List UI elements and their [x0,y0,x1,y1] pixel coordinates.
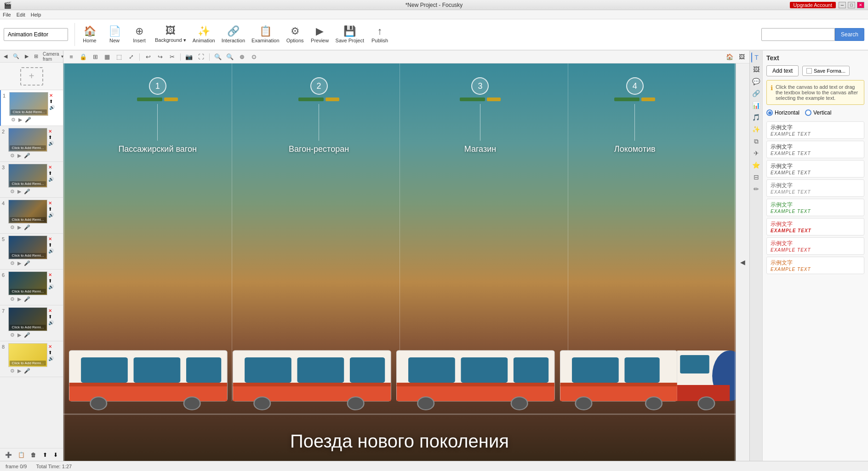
slide-8-play[interactable]: ▶ [17,368,21,374]
fullscreen-icon[interactable]: ⛶ [196,52,206,62]
slide-8-close[interactable]: ✕ [48,344,54,349]
horizontal-radio[interactable]: Horizontal [766,109,799,116]
slide-5-close[interactable]: ✕ [48,236,54,241]
zoom-out-icon[interactable]: 🔍 [213,52,223,62]
minimize-button[interactable]: ─ [839,2,846,8]
slide-4-close[interactable]: ✕ [48,201,54,206]
slide-2-up[interactable]: ⬆ [48,135,54,140]
plane-panel-icon[interactable]: ✈ [751,148,761,158]
slide-3-gear[interactable]: ⚙ [10,189,15,195]
slide-3-play[interactable]: ▶ [17,189,21,195]
canvas-right-handle[interactable]: ◀ [736,63,749,461]
text-style-red-italic[interactable]: 示例文字 EXAMPLE TEXT [766,237,864,255]
chart-panel-icon[interactable]: 📊 [751,100,761,110]
slide-2-mic[interactable]: 🎤 [24,153,30,159]
slide-7-gear[interactable]: ⚙ [10,332,15,338]
slide-6-play[interactable]: ▶ [17,296,21,302]
search-button[interactable]: Search [835,28,864,41]
frame-icon[interactable]: ⬚ [114,52,124,62]
slide-6-audio[interactable]: 🔊 [48,284,54,289]
camera-frame-chevron[interactable]: ▾ [61,54,63,59]
slide-7-up[interactable]: ⬆ [48,314,54,319]
table-icon[interactable]: ▦ [102,52,112,62]
text-style-italic[interactable]: 示例文字 EXAMPLE TEXT [766,141,864,158]
slides-nav-next[interactable]: ▶ [23,53,30,60]
slides-delete-btn[interactable]: 🗑 [31,452,36,458]
examination-button[interactable]: 📋 Examination [249,21,282,48]
insert-button[interactable]: ⊕ Insert [127,21,151,48]
slide-6-close[interactable]: ✕ [48,272,54,277]
zoom-in-icon[interactable]: 🔍 [225,52,235,62]
slide-1-gear[interactable]: ⚙ [11,117,16,123]
slide-5-mic[interactable]: 🎤 [24,260,30,266]
text-style-red-bold[interactable]: 示例文字 EXAMPLE TEXT [766,218,864,236]
maximize-button[interactable]: □ [848,2,855,8]
music-panel-icon[interactable]: 🎵 [751,112,761,122]
save-format-button[interactable]: Save Forma... [802,66,850,76]
slide-2-gear[interactable]: ⚙ [10,153,15,159]
add-text-button[interactable]: Add text [766,65,799,76]
slide-item-1[interactable]: 1 Click to Add Remi... ✕ ⬆ 🔊 ⚙ [0,90,63,126]
canvas-image-icon[interactable]: 🖼 [737,52,747,62]
text-panel-icon[interactable]: T [751,52,761,63]
slides-move-up-btn[interactable]: ⬆ [43,452,47,458]
star-panel-icon[interactable]: ⭐ [751,160,761,170]
slide-5-up[interactable]: ⬆ [48,242,54,247]
cut-icon[interactable]: ✂ [167,52,177,62]
menu-file[interactable]: File [3,12,11,17]
slide-6-up[interactable]: ⬆ [48,278,54,283]
text-style-light[interactable]: 示例文字 EXAMPLE TEXT [766,179,864,197]
fit-icon[interactable]: ⊕ [237,52,247,62]
preview-button[interactable]: ▶ Preview [308,21,332,48]
text-style-dark[interactable]: 示例文字 EXAMPLE TEXT [766,160,864,178]
slide-2-close[interactable]: ✕ [48,129,54,134]
slide-7-play[interactable]: ▶ [17,332,21,338]
image-panel-icon[interactable]: 🖼 [751,64,761,75]
slide-8-gear[interactable]: ⚙ [10,368,15,374]
slide-8-audio[interactable]: 🔊 [48,356,54,361]
slides-nav-expand[interactable]: ⊞ [32,53,40,60]
slide-item-7[interactable]: 7 Click to Add Remi... ✕ ⬆ 🔊 ⚙ [0,305,63,341]
link-panel-icon[interactable]: 🔗 [751,88,761,98]
slide-1-up[interactable]: ⬆ [49,99,55,104]
slide-5-play[interactable]: ▶ [17,260,21,266]
lock-icon[interactable]: 🔒 [78,52,88,62]
layers-panel-icon[interactable]: ⧉ [751,136,761,146]
slide-item-6[interactable]: 6 Click to Add Remi... ✕ ⬆ 🔊 ⚙ [0,270,63,305]
upgrade-account-btn[interactable]: Upgrade Account [790,2,836,8]
slide-3-close[interactable]: ✕ [48,165,54,170]
text-style-green[interactable]: 示例文字 EXAMPLE TEXT [766,199,864,216]
slide-3-up[interactable]: ⬆ [48,171,54,176]
home-button[interactable]: 🏠 Home [78,21,102,48]
slide-3-audio[interactable]: 🔊 [48,177,54,182]
new-button[interactable]: 📄 New [103,21,126,48]
slide-1-audio[interactable]: 🔊 [49,105,55,110]
publish-button[interactable]: ↑ Publish [368,21,392,48]
slide-4-gear[interactable]: ⚙ [10,224,15,230]
slide-7-mic[interactable]: 🎤 [24,332,30,338]
slide-4-up[interactable]: ⬆ [48,207,54,212]
eraser-panel-icon[interactable]: ✏ [751,184,761,194]
main-canvas[interactable]: 1 Пассажирский вагон 2 [63,63,749,461]
grid-icon[interactable]: ⊞ [90,52,100,62]
comment-panel-icon[interactable]: 💬 [751,76,761,86]
slides-move-down-btn[interactable]: ⬇ [53,452,58,458]
expand-icon[interactable]: ⤢ [126,52,136,62]
zoom-fit-icon[interactable]: ⊙ [249,52,259,62]
menu-help[interactable]: Help [31,12,41,17]
screenshot-icon[interactable]: 📷 [184,52,194,62]
slide-6-gear[interactable]: ⚙ [10,296,15,302]
slide-item-8[interactable]: 8 Click to Add Remi... ✕ ⬆ 🔊 ⚙ [0,341,63,377]
slide-1-close[interactable]: ✕ [49,93,55,98]
animation-editor-input[interactable] [4,28,68,41]
add-frame-button[interactable]: + [0,63,63,90]
save-project-button[interactable]: 💾 Save Project [333,21,367,48]
slide-4-mic[interactable]: 🎤 [24,224,30,230]
slide-3-mic[interactable]: 🎤 [24,189,30,195]
background-button[interactable]: 🖼 Background ▾ [152,21,189,48]
slide-7-audio[interactable]: 🔊 [48,320,54,325]
canvas-home-icon[interactable]: 🏠 [725,52,735,62]
slides-nav-search[interactable]: 🔍 [11,53,21,60]
slides-nav-prev[interactable]: ◀ [2,53,9,60]
search-input[interactable] [761,28,835,41]
